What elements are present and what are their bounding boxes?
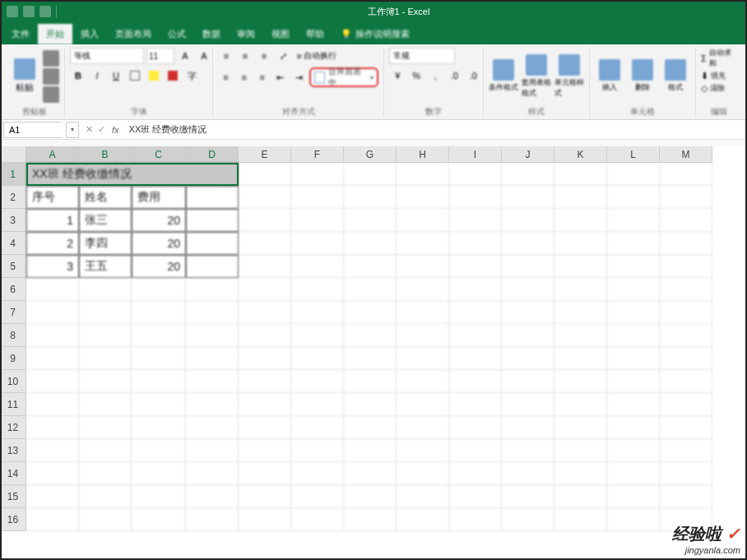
cell-B8[interactable] [79, 324, 132, 347]
cell-L4[interactable] [607, 232, 660, 255]
cell-G9[interactable] [344, 347, 397, 370]
name-box[interactable]: A1 [3, 122, 63, 138]
cell-M2[interactable] [660, 186, 712, 209]
cell-I12[interactable] [449, 416, 502, 439]
cell-E10[interactable] [239, 370, 291, 393]
cell-G15[interactable] [344, 485, 397, 508]
cell-J8[interactable] [502, 324, 554, 347]
cell-M9[interactable] [660, 347, 712, 370]
cell-B16[interactable] [79, 508, 132, 531]
col-header-F[interactable]: F [291, 146, 344, 163]
cell-A5[interactable]: 3 [26, 255, 79, 278]
cell-I9[interactable] [449, 347, 502, 370]
orientation-button[interactable]: ⤢ [275, 48, 291, 64]
row-header-8[interactable]: 8 [0, 324, 26, 347]
border-button[interactable] [127, 67, 143, 84]
cell-I16[interactable] [449, 508, 502, 531]
cell-H4[interactable] [397, 232, 449, 255]
cell-B4[interactable]: 李四 [79, 232, 132, 255]
cell-D13[interactable] [186, 439, 239, 462]
cell-E3[interactable] [239, 209, 291, 232]
clear-button[interactable]: ◇清除 [701, 83, 725, 94]
cell-E5[interactable] [239, 255, 291, 278]
cell-E9[interactable] [239, 347, 291, 370]
cell-B11[interactable] [79, 393, 132, 416]
delete-cells-button[interactable]: 删除 [628, 52, 657, 101]
cut-button[interactable] [43, 50, 59, 67]
italic-button[interactable]: I [89, 67, 105, 84]
cell-B13[interactable] [79, 439, 132, 462]
cell-I4[interactable] [449, 232, 502, 255]
cell-J1[interactable] [502, 163, 554, 186]
cell-D5[interactable] [186, 255, 239, 278]
cell-C5[interactable]: 20 [132, 255, 186, 278]
col-header-D[interactable]: D [186, 146, 239, 163]
cell-I8[interactable] [449, 324, 502, 347]
cell-I15[interactable] [449, 485, 502, 508]
cell-D6[interactable] [186, 278, 239, 301]
cell-L5[interactable] [607, 255, 660, 278]
cell-B12[interactable] [79, 416, 132, 439]
cell-C7[interactable] [132, 301, 186, 324]
cell-G14[interactable] [344, 462, 397, 485]
cell-B9[interactable] [79, 347, 132, 370]
cell-C13[interactable] [132, 439, 186, 462]
row-header-7[interactable]: 7 [0, 301, 26, 324]
col-header-B[interactable]: B [79, 146, 132, 163]
cell-F3[interactable] [291, 209, 344, 232]
cell-G7[interactable] [344, 301, 397, 324]
cell-H8[interactable] [397, 324, 449, 347]
align-top-button[interactable]: ≡ [218, 48, 234, 64]
cell-J15[interactable] [502, 485, 554, 508]
cell-J6[interactable] [502, 278, 554, 301]
cell-F4[interactable] [291, 232, 344, 255]
cell-F15[interactable] [291, 485, 344, 508]
cell-M7[interactable] [660, 301, 712, 324]
cell-E8[interactable] [239, 324, 291, 347]
cell-J11[interactable] [502, 393, 554, 416]
cell-K5[interactable] [554, 255, 607, 278]
cell-H13[interactable] [397, 439, 449, 462]
cell-K9[interactable] [554, 347, 607, 370]
cell-M4[interactable] [660, 232, 712, 255]
format-painter-button[interactable] [43, 86, 59, 103]
cell-L16[interactable] [607, 508, 660, 531]
cell-A14[interactable] [26, 462, 79, 485]
col-header-K[interactable]: K [554, 146, 607, 163]
row-header-10[interactable]: 10 [0, 370, 26, 393]
cell-I6[interactable] [449, 278, 502, 301]
cell-C10[interactable] [132, 370, 186, 393]
cell-L9[interactable] [607, 347, 660, 370]
cell-K13[interactable] [554, 439, 607, 462]
cell-G13[interactable] [344, 439, 397, 462]
cell-M12[interactable] [660, 416, 712, 439]
col-header-G[interactable]: G [344, 146, 397, 163]
cell-D9[interactable] [186, 347, 239, 370]
cell-L8[interactable] [607, 324, 660, 347]
cell-M6[interactable] [660, 278, 712, 301]
cell-F11[interactable] [291, 393, 344, 416]
cell-F12[interactable] [291, 416, 344, 439]
cell-E2[interactable] [239, 186, 291, 209]
cell-A7[interactable] [26, 301, 79, 324]
font-size-select[interactable] [146, 48, 174, 64]
cell-F16[interactable] [291, 508, 344, 531]
tell-me-search[interactable]: 💡 操作说明搜索 [332, 24, 418, 44]
cell-A12[interactable] [26, 416, 79, 439]
cell-C12[interactable] [132, 416, 186, 439]
cell-E12[interactable] [239, 416, 291, 439]
cell-K14[interactable] [554, 462, 607, 485]
save-icon[interactable] [7, 6, 18, 17]
cell-E4[interactable] [239, 232, 291, 255]
cell-D8[interactable] [186, 324, 239, 347]
cell-G12[interactable] [344, 416, 397, 439]
cell-L1[interactable] [607, 163, 660, 186]
col-header-I[interactable]: I [449, 146, 502, 163]
cell-L2[interactable] [607, 186, 660, 209]
cell-H14[interactable] [397, 462, 449, 485]
cell-M5[interactable] [660, 255, 712, 278]
cell-J5[interactable] [502, 255, 554, 278]
col-header-H[interactable]: H [397, 146, 449, 163]
indent-decrease-button[interactable]: ⇤ [272, 69, 288, 86]
cell-M14[interactable] [660, 462, 712, 485]
